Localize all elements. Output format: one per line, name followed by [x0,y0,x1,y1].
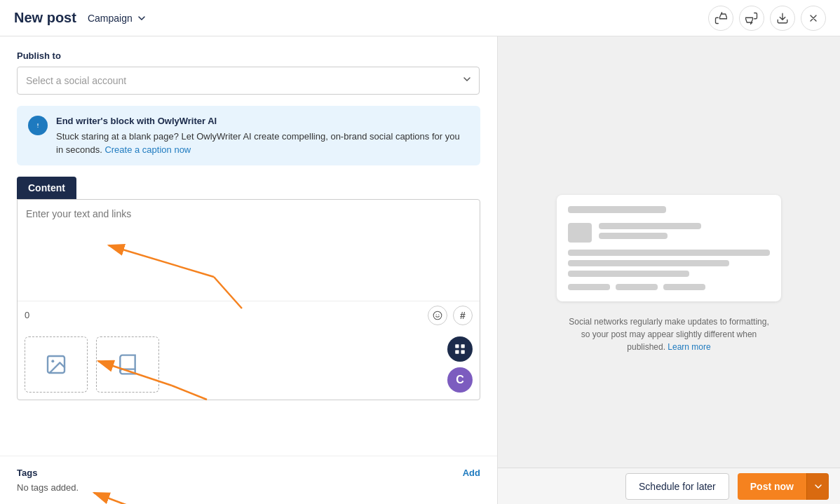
hashtag-icon: # [460,310,466,321]
publish-to-label: Publish to [17,50,480,61]
preview-tag-3 [663,284,705,290]
tab-content[interactable]: Content [17,177,76,199]
campaign-dropdown-button[interactable]: Campaign [88,13,147,24]
close-button[interactable] [801,6,826,31]
schedule-for-later-button[interactable]: Schedule for later [625,473,729,500]
tags-section: Tags Add No tags added. [0,456,497,504]
svg-line-18 [94,493,178,504]
app-header: New post Campaign [0,0,840,36]
left-panel: Publish to Select a social account [0,36,498,504]
post-now-dropdown-button[interactable] [806,473,829,500]
svg-rect-10 [455,344,459,348]
image-icon [45,353,67,376]
media-library-button[interactable] [447,336,473,362]
media-area: C [18,329,480,400]
tags-label: Tags [17,468,37,478]
ai-banner-title: End writer's block with OwlyWriter AI [56,114,469,128]
svg-point-6 [436,314,437,315]
preview-avatar [568,223,592,243]
tags-header: Tags Add [17,468,480,478]
svg-point-9 [51,360,54,362]
thumbs-down-button[interactable] [739,6,764,31]
text-editor[interactable] [18,200,480,298]
editor-wrapper: 0 # [17,199,480,400]
post-now-chevron-icon [814,482,822,491]
preview-top-line [568,206,666,213]
media-library-icon [454,343,466,355]
media-side-buttons: C [447,336,473,393]
ai-banner-text: End writer's block with OwlyWriter AI St… [56,114,469,157]
chevron-down-icon [137,13,147,23]
left-content: Publish to Select a social account [0,36,497,456]
social-account-select[interactable]: Select a social account [17,67,480,95]
header-actions [708,6,826,31]
emoji-icon [433,311,442,320]
right-panel: Social networks regularly make updates t… [498,36,840,504]
bottom-bar: Schedule for later Post now [498,468,840,504]
tags-add-button[interactable]: Add [463,468,480,478]
thumbs-up-icon [714,12,727,25]
main-layout: Publish to Select a social account [0,36,840,504]
preview-bottom-row [568,284,770,290]
info-icon [33,121,43,130]
library-thumb[interactable] [96,336,159,393]
hashtag-button[interactable]: # [453,306,473,325]
preview-content-lines [568,250,770,277]
editor-footer: 0 # [18,301,480,329]
preview-content-line-2 [568,260,729,266]
preview-tag-1 [568,284,610,290]
post-now-button[interactable]: Post now [738,473,806,500]
learn-more-link[interactable]: Learn more [668,342,710,352]
download-icon [776,12,789,25]
page-title: New post [14,10,76,26]
ai-icon [28,116,48,135]
preview-card [557,195,781,301]
editor-icon-group: # [428,306,473,325]
social-account-select-wrapper: Select a social account [17,67,480,95]
svg-point-7 [438,314,439,315]
book-icon [116,353,139,376]
preview-tag-2 [616,284,658,290]
preview-content-line-1 [568,250,770,256]
emoji-button[interactable] [428,306,447,325]
preview-note: Social networks regularly make updates t… [564,315,774,353]
char-count: 0 [25,310,29,320]
tab-bar: Content [17,177,480,199]
post-now-group: Post now [738,473,829,500]
ai-writer-banner: End writer's block with OwlyWriter AI St… [17,106,480,165]
preview-content-line-3 [568,271,689,277]
preview-name-lines [599,223,770,243]
ai-banner-link[interactable]: Create a caption now [104,144,191,155]
svg-point-5 [433,311,442,320]
canva-button[interactable]: C [447,367,473,393]
thumbs-down-icon [745,12,758,25]
canva-icon: C [456,374,464,386]
svg-rect-11 [461,344,465,348]
thumbs-up-button[interactable] [708,6,733,31]
close-icon [808,13,819,24]
tags-empty-message: No tags added. [17,482,480,493]
image-upload-thumb[interactable] [25,336,88,393]
download-button[interactable] [770,6,795,31]
svg-rect-13 [461,350,465,353]
preview-subname-line [599,233,668,239]
preview-user-row [568,223,770,243]
svg-rect-12 [455,350,459,353]
preview-name-line [599,223,701,229]
